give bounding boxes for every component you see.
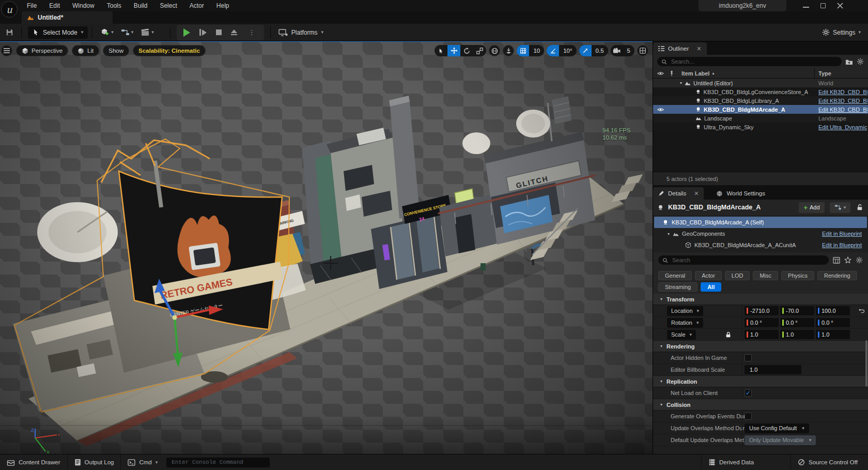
blueprint-dropdown-button[interactable]: ▾ <box>830 202 850 213</box>
scale-lock-button[interactable] <box>725 331 731 338</box>
tab-outliner[interactable]: Outliner ✕ <box>653 42 707 55</box>
expand-caret-icon[interactable]: ▾ <box>680 81 682 85</box>
viewport[interactable]: PARKING <box>0 41 653 454</box>
section-collision[interactable]: ▾Collision <box>653 399 868 411</box>
rotation-x-field[interactable]: 0.0 ° <box>745 318 779 327</box>
location-y-field[interactable]: -70.0 <box>780 306 814 315</box>
play-options-button[interactable]: ⋮ <box>243 26 261 39</box>
scale-tool-button[interactable] <box>473 45 486 56</box>
scale-dropdown[interactable]: Scale▾ <box>667 330 696 340</box>
close-icon[interactable]: ✕ <box>696 46 701 52</box>
location-z-field[interactable]: 100.0 <box>816 306 850 315</box>
category-rendering[interactable]: Rendering <box>817 271 857 280</box>
lock-button[interactable] <box>857 204 863 211</box>
rotation-y-field[interactable]: 0.0 ° <box>780 318 814 327</box>
net-load-checkbox[interactable]: ✓ <box>745 389 752 397</box>
lit-dropdown[interactable]: Lit <box>72 45 99 56</box>
console-command-input[interactable] <box>166 458 270 467</box>
eject-button[interactable] <box>227 26 241 39</box>
component-row-self[interactable]: KB3D_CBD_BldgMdArcade_A (Self) <box>654 217 867 228</box>
component-row-geocomponents[interactable]: ▾ GeoComponents Edit in Blueprint <box>653 228 868 239</box>
select-tool-button[interactable] <box>435 45 447 56</box>
viewport-options-button[interactable] <box>1 45 12 56</box>
category-lod[interactable]: LOD <box>725 271 750 280</box>
tab-details[interactable]: Details ✕ <box>653 187 704 200</box>
edit-blueprint-link[interactable]: Edit KB3D_CBD_Bl <box>818 107 867 113</box>
category-actor[interactable]: Actor <box>695 271 722 280</box>
viewport-layout-button[interactable] <box>637 45 648 56</box>
menu-help[interactable]: Help <box>210 1 236 11</box>
outliner-search-input[interactable] <box>657 57 842 66</box>
close-icon[interactable]: ✕ <box>694 190 699 197</box>
actor-hidden-checkbox[interactable] <box>745 354 752 361</box>
grid-snap-control[interactable]: 10 <box>517 45 544 56</box>
category-misc[interactable]: Misc <box>753 271 778 280</box>
frame-skip-button[interactable] <box>196 26 210 39</box>
platforms-dropdown[interactable]: Platforms ▾ <box>275 26 327 39</box>
play-button[interactable] <box>180 26 194 39</box>
show-dropdown[interactable]: Show <box>103 45 129 56</box>
generate-overlap-checkbox[interactable] <box>745 413 752 420</box>
outliner-row-sky[interactable]: Ultra_Dynamic_Sky Edit Ultra_Dynamic <box>653 123 868 131</box>
section-transform[interactable]: ▾Transform <box>653 294 868 305</box>
details-search-input[interactable] <box>658 255 829 265</box>
menu-file[interactable]: File <box>21 1 43 11</box>
display-filter-icon[interactable] <box>833 257 840 264</box>
output-log-button[interactable]: Output Log <box>68 454 121 470</box>
scalability-badge[interactable]: Scalability: Cinematic <box>133 45 206 56</box>
minimize-button[interactable] <box>803 4 809 8</box>
details-scrollbar[interactable] <box>865 340 867 387</box>
scale-y-field[interactable]: 1.0 <box>780 330 814 339</box>
update-overlaps-dropdown[interactable]: Use Config Default▾ <box>745 423 809 433</box>
edit-blueprint-link[interactable]: Edit KB3D_CBD_Bl <box>818 98 867 104</box>
outliner-row-arcade-selected[interactable]: KB3D_CBD_BldgMdArcade_A Edit KB3D_CBD_Bl <box>653 105 868 114</box>
menu-window[interactable]: Window <box>66 1 101 11</box>
category-physics[interactable]: Physics <box>781 271 814 280</box>
menu-select[interactable]: Select <box>153 1 183 11</box>
menu-tools[interactable]: Tools <box>101 1 128 11</box>
rotate-tool-button[interactable] <box>460 45 473 56</box>
select-mode-dropdown[interactable]: Select Mode ▾ <box>28 26 88 39</box>
rotation-dropdown[interactable]: Rotation▾ <box>667 318 703 328</box>
outliner-settings-gear-icon[interactable] <box>857 58 864 65</box>
outliner-row-landscape[interactable]: Landscape Landscape <box>653 114 868 123</box>
save-button[interactable] <box>2 26 17 39</box>
category-all[interactable]: All <box>701 282 721 292</box>
edit-in-blueprint-link[interactable]: Edit in Blueprint <box>822 242 862 248</box>
scale-z-field[interactable]: 1.0 <box>816 330 850 339</box>
cmd-dropdown[interactable]: Cmd ▾ <box>121 454 164 470</box>
add-folder-icon[interactable] <box>845 58 853 65</box>
outliner-row-convenience-store[interactable]: KB3D_CBD_BldgLgConvenienceStore_A Edit K… <box>653 87 868 96</box>
reset-to-default-button[interactable] <box>858 308 865 314</box>
scale-x-field[interactable]: 1.0 <box>745 330 779 339</box>
edit-blueprint-link[interactable]: Edit KB3D_CBD_Bl <box>818 89 867 95</box>
location-dropdown[interactable]: Location▾ <box>667 306 703 316</box>
blueprints-button[interactable]: ▾ <box>117 26 137 39</box>
menu-build[interactable]: Build <box>128 1 154 11</box>
location-x-field[interactable]: -2710.0 <box>745 306 779 315</box>
world-local-toggle[interactable] <box>489 45 500 56</box>
camera-speed-control[interactable]: 5 <box>611 45 634 56</box>
maximize-button[interactable] <box>820 3 826 8</box>
rotation-snap-control[interactable]: 10° <box>547 45 576 56</box>
rotation-z-field[interactable]: 0.0 ° <box>816 318 850 327</box>
scale-snap-control[interactable]: 0.5 <box>579 45 608 56</box>
unreal-logo-icon[interactable]: u <box>1 1 18 18</box>
surface-snapping-button[interactable] <box>503 45 514 56</box>
menu-edit[interactable]: Edit <box>43 1 66 11</box>
source-control-button[interactable]: Source Control Off <box>791 454 868 470</box>
category-streaming[interactable]: Streaming <box>658 282 698 292</box>
perspective-dropdown[interactable]: Perspective <box>16 45 68 56</box>
settings-dropdown[interactable]: Settings ▾ <box>822 28 861 36</box>
content-drawer-button[interactable]: Content Drawer <box>0 454 67 470</box>
outliner-column-header[interactable]: Item Label ▴ Type <box>653 68 868 79</box>
derived-data-button[interactable]: Derived Data <box>702 454 791 470</box>
expand-caret-icon[interactable]: ▾ <box>668 232 670 236</box>
eye-icon[interactable] <box>657 107 664 112</box>
billboard-scale-field[interactable]: 1.0 <box>745 365 801 374</box>
column-divider[interactable] <box>814 68 815 78</box>
edit-blueprint-link[interactable]: Edit Ultra_Dynamic <box>818 124 867 130</box>
edit-in-blueprint-link[interactable]: Edit in Blueprint <box>822 231 862 237</box>
cinematics-button[interactable]: ▾ <box>137 26 158 39</box>
tab-world-settings[interactable]: World Settings <box>711 187 770 200</box>
